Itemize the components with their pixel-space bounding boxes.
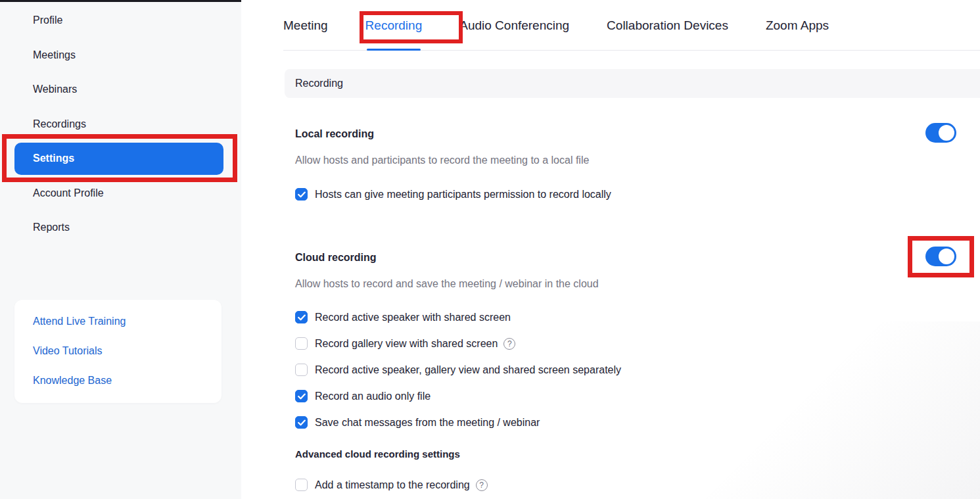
tab-collaboration-devices[interactable]: Collaboration Devices xyxy=(607,18,728,50)
option-row: Add a timestamp to the recording ? xyxy=(295,479,980,491)
option-label: Save chat messages from the meeting / we… xyxy=(315,416,540,429)
option-label: Record active speaker, gallery view and … xyxy=(315,364,621,376)
local-recording-toggle[interactable] xyxy=(925,123,956,143)
sidebar-item-recordings[interactable]: Recordings xyxy=(0,107,241,142)
sidebar-top-accent-bar xyxy=(0,0,241,2)
sidebar-item-webinars[interactable]: Webinars xyxy=(0,72,241,107)
option-row: Record active speaker, gallery view and … xyxy=(295,364,980,376)
local-recording-setting: Local recording Allow hosts and particip… xyxy=(295,128,980,201)
option-row: Record an audio only file xyxy=(295,390,980,402)
cloud-recording-setting: Cloud recording Allow hosts to record an… xyxy=(295,251,980,491)
checkmark-icon xyxy=(298,191,306,198)
help-links-card: Attend Live Training Video Tutorials Kno… xyxy=(14,300,222,403)
settings-tabs: Meeting Recording Audio Conferencing Col… xyxy=(283,0,980,51)
sidebar-item-label: Reports xyxy=(33,222,70,233)
sidebar-item-label: Account Profile xyxy=(33,187,104,199)
section-header-label: Recording xyxy=(295,78,343,89)
help-icon[interactable]: ? xyxy=(476,479,488,491)
section-header-recording: Recording xyxy=(285,69,980,98)
option-label: Record an audio only file xyxy=(315,390,431,402)
option-label: Record gallery view with shared screen xyxy=(315,337,498,350)
sidebar-item-profile[interactable]: Profile xyxy=(0,3,241,38)
option-row: Save chat messages from the meeting / we… xyxy=(295,416,980,429)
tab-recording[interactable]: Recording xyxy=(365,18,423,50)
checkbox-hosts-give-permission[interactable] xyxy=(295,188,308,201)
help-icon[interactable]: ? xyxy=(503,338,515,350)
local-recording-description: Allow hosts and participants to record t… xyxy=(295,154,980,166)
tab-audio-conferencing[interactable]: Audio Conferencing xyxy=(459,18,569,50)
cloud-recording-title: Cloud recording xyxy=(295,251,980,264)
advanced-cloud-options: Add a timestamp to the recording ? xyxy=(295,479,980,491)
tab-zoom-apps[interactable]: Zoom Apps xyxy=(766,18,829,50)
local-recording-title: Local recording xyxy=(295,128,980,140)
sidebar: Profile Meetings Webinars Recordings Set… xyxy=(0,0,241,499)
checkbox-record-separately[interactable] xyxy=(295,364,308,376)
toggle-knob xyxy=(939,125,954,141)
sidebar-item-settings[interactable]: Settings xyxy=(14,143,223,175)
option-label: Add a timestamp to the recording xyxy=(315,479,470,491)
link-attend-live-training[interactable]: Attend Live Training xyxy=(33,306,222,336)
option-row: Record gallery view with shared screen ? xyxy=(295,337,980,350)
cloud-recording-toggle[interactable] xyxy=(925,247,956,266)
checkbox-add-timestamp[interactable] xyxy=(295,479,308,491)
sidebar-item-label: Webinars xyxy=(33,83,77,95)
checkmark-icon xyxy=(298,419,306,426)
sidebar-item-label: Meetings xyxy=(33,49,76,61)
sidebar-item-meetings[interactable]: Meetings xyxy=(0,38,241,73)
settings-content: Meeting Recording Audio Conferencing Col… xyxy=(241,0,980,499)
cloud-recording-options: Record active speaker with shared screen… xyxy=(295,311,980,429)
option-row: Hosts can give meeting participants perm… xyxy=(295,188,980,201)
checkbox-record-gallery-view[interactable] xyxy=(295,337,308,350)
zoom-web-settings-page: Profile Meetings Webinars Recordings Set… xyxy=(0,0,980,499)
sidebar-item-label: Settings xyxy=(33,153,74,164)
advanced-cloud-settings-heading: Advanced cloud recording settings xyxy=(295,448,980,460)
sidebar-item-account-profile[interactable]: Account Profile xyxy=(0,176,241,211)
checkbox-record-audio-only[interactable] xyxy=(295,390,308,402)
toggle-knob xyxy=(939,249,954,264)
link-knowledge-base[interactable]: Knowledge Base xyxy=(33,366,222,395)
sidebar-item-label: Profile xyxy=(33,14,62,26)
option-label: Hosts can give meeting participants perm… xyxy=(315,188,611,201)
link-video-tutorials[interactable]: Video Tutorials xyxy=(33,336,222,366)
tab-meeting[interactable]: Meeting xyxy=(283,18,328,50)
option-label: Record active speaker with shared screen xyxy=(315,311,511,323)
sidebar-nav: Profile Meetings Webinars Recordings Set… xyxy=(0,0,241,245)
sidebar-item-reports[interactable]: Reports xyxy=(0,210,241,245)
sidebar-item-label: Recordings xyxy=(33,118,86,130)
checkbox-record-active-speaker[interactable] xyxy=(295,311,308,323)
sidebar-item-settings-slot: Settings xyxy=(0,141,241,176)
option-row: Record active speaker with shared screen xyxy=(295,311,980,323)
local-recording-options: Hosts can give meeting participants perm… xyxy=(295,188,980,201)
checkbox-save-chat-messages[interactable] xyxy=(295,416,308,429)
cloud-recording-description: Allow hosts to record and save the meeti… xyxy=(295,277,980,290)
checkmark-icon xyxy=(298,314,306,321)
checkmark-icon xyxy=(298,393,306,400)
